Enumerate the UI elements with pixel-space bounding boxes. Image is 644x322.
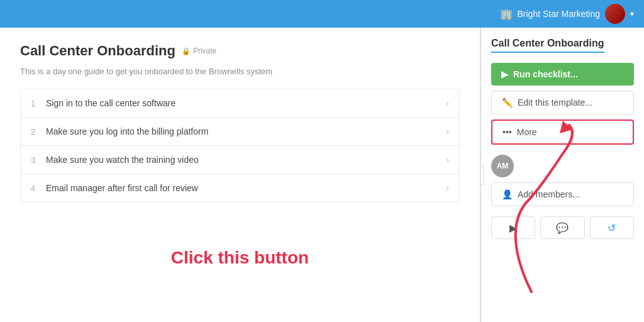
right-sidebar: ❯ Call Center Onboarding ▶ Run checklist… [480, 28, 644, 322]
more-button[interactable]: ••• More [491, 119, 634, 145]
org-icon: 🏢 [500, 8, 513, 20]
item-number: 3 [31, 155, 46, 165]
lock-icon: 🔒 [182, 47, 191, 55]
person-icon: 👤 [502, 189, 513, 199]
item-text: Email manager after first call for revie… [46, 183, 446, 193]
page-title-text: Call Center Onboarding [20, 43, 175, 59]
play-action-button[interactable]: ▶ [491, 216, 535, 239]
play-icon: ▶ [509, 222, 517, 234]
annotation-text: Click this button [171, 248, 309, 268]
history-icon: ↺ [608, 222, 616, 234]
left-content: Call Center Onboarding 🔒 Private This is… [0, 28, 480, 322]
am-avatar: AM [491, 155, 514, 177]
am-initials: AM [497, 162, 509, 170]
checklist-item[interactable]: 2 Make sure you log into the billing pla… [21, 118, 459, 146]
chevron-right-icon: › [446, 183, 449, 193]
main-layout: Call Center Onboarding 🔒 Private This is… [0, 28, 644, 322]
sidebar-toggle-button[interactable]: ❯ [480, 165, 484, 185]
play-icon: ▶ [501, 69, 508, 79]
add-members-label: Add members... [518, 189, 580, 199]
checklist-item[interactable]: 4 Email manager after first call for rev… [21, 174, 459, 202]
item-number: 1 [31, 99, 46, 108]
run-checklist-button[interactable]: ▶ Run checklist... [491, 63, 634, 86]
private-label: Private [193, 47, 216, 55]
pencil-icon: ✏️ [502, 97, 513, 108]
checklist-item[interactable]: 1 Sign in to the call center software › [21, 89, 459, 118]
run-checklist-label: Run checklist... [513, 69, 578, 79]
annotation-area: Click this button [20, 203, 460, 278]
org-name: Bright Star Marketing [518, 9, 601, 19]
edit-template-label: Edit this template... [518, 97, 592, 108]
nav-dropdown-arrow[interactable]: ▾ [630, 9, 634, 18]
item-text: Make sure you log into the billing platf… [46, 126, 446, 136]
more-label: More [517, 127, 537, 137]
history-action-button[interactable]: ↺ [590, 216, 634, 239]
sidebar-title: Call Center Onboarding [491, 38, 604, 53]
action-row: ▶ 💬 ↺ [491, 216, 634, 239]
avatar[interactable] [605, 4, 625, 24]
item-number: 2 [31, 127, 46, 136]
private-badge: 🔒 Private [182, 47, 216, 55]
chevron-right-icon: › [446, 126, 449, 136]
item-text: Sign in to the call center software [46, 98, 446, 108]
item-number: 4 [31, 184, 46, 193]
page-description: This is a day one guide to get you onboa… [20, 67, 460, 76]
comment-icon: 💬 [556, 222, 569, 234]
comment-action-button[interactable]: 💬 [540, 216, 584, 239]
edit-template-button[interactable]: ✏️ Edit this template... [491, 91, 634, 114]
nav-right-section: 🏢 Bright Star Marketing ▾ [500, 4, 635, 24]
page-title-row: Call Center Onboarding 🔒 Private [20, 43, 460, 59]
item-text: Make sure you watch the training video [46, 155, 446, 165]
top-navigation: 🏢 Bright Star Marketing ▾ [0, 0, 644, 28]
avatar-image [605, 4, 625, 24]
checklist-container: 1 Sign in to the call center software › … [20, 89, 460, 203]
chevron-right-icon: › [446, 155, 449, 165]
add-members-button[interactable]: 👤 Add members... [491, 182, 634, 206]
chevron-right-icon: › [446, 98, 449, 108]
checklist-item[interactable]: 3 Make sure you watch the training video… [21, 146, 459, 174]
more-dots-icon: ••• [502, 127, 512, 137]
